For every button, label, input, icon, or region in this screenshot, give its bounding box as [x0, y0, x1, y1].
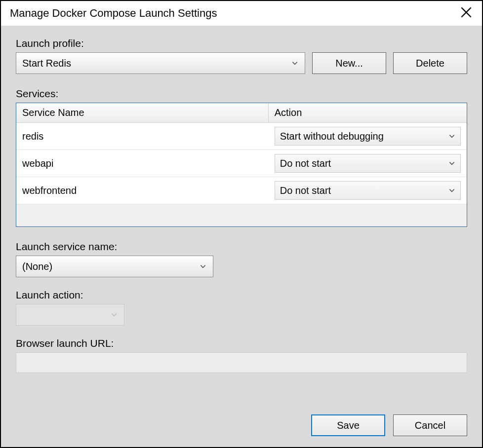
new-button-label: New...: [335, 58, 363, 69]
table-header: Service Name Action: [16, 103, 467, 123]
service-name-cell: webfrontend: [16, 177, 269, 204]
titlebar: Manage Docker Compose Launch Settings: [1, 1, 482, 26]
browser-url-section: Browser launch URL:: [16, 337, 467, 373]
save-button-label: Save: [337, 420, 360, 431]
services-label: Services:: [16, 88, 467, 100]
service-action-cell: Do not start: [269, 150, 467, 177]
services-table: Service Name Action redis Start without …: [16, 103, 467, 227]
service-action-cell: Start without debugging: [269, 123, 467, 149]
service-name-cell: webapi: [16, 150, 269, 177]
service-action-dropdown[interactable]: Do not start: [275, 181, 461, 200]
chevron-down-icon: [448, 185, 455, 196]
chevron-down-icon: [110, 311, 118, 319]
launch-service-name-dropdown[interactable]: (None): [16, 256, 213, 277]
action-value: Do not start: [280, 158, 448, 169]
launch-action-label: Launch action:: [16, 289, 467, 301]
table-row: redis Start without debugging: [16, 123, 467, 150]
save-button[interactable]: Save: [311, 414, 385, 436]
cancel-button[interactable]: Cancel: [393, 414, 467, 436]
launch-service-name-section: Launch service name: (None): [16, 241, 467, 277]
launch-profile-row: Start Redis New... Delete: [16, 52, 467, 74]
action-value: Do not start: [280, 185, 448, 196]
delete-button-label: Delete: [416, 58, 444, 69]
launch-profile-label: Launch profile:: [16, 37, 467, 49]
close-icon: [461, 7, 472, 20]
dialog-footer: Save Cancel: [16, 405, 467, 436]
service-name-cell: redis: [16, 123, 269, 149]
browser-url-input[interactable]: [16, 352, 467, 373]
service-action-dropdown[interactable]: Start without debugging: [275, 127, 461, 146]
chevron-down-icon: [291, 59, 299, 67]
dialog-content: Launch profile: Start Redis New... Delet…: [1, 26, 482, 447]
close-button[interactable]: [459, 6, 473, 20]
delete-profile-button[interactable]: Delete: [393, 52, 467, 74]
launch-service-name-value: (None): [22, 261, 199, 272]
table-row: webapi Do not start: [16, 150, 467, 177]
launch-profile-dropdown[interactable]: Start Redis: [16, 52, 305, 74]
launch-profile-value: Start Redis: [22, 58, 291, 69]
service-action-cell: Do not start: [269, 177, 467, 204]
launch-service-name-label: Launch service name:: [16, 241, 467, 253]
table-row: webfrontend Do not start: [16, 177, 467, 204]
chevron-down-icon: [448, 158, 455, 169]
header-action[interactable]: Action: [269, 103, 467, 122]
new-profile-button[interactable]: New...: [312, 52, 386, 74]
header-service-name[interactable]: Service Name: [16, 103, 269, 122]
browser-url-label: Browser launch URL:: [16, 337, 467, 349]
action-value: Start without debugging: [280, 131, 448, 142]
launch-action-section: Launch action:: [16, 289, 467, 326]
cancel-button-label: Cancel: [415, 420, 445, 431]
chevron-down-icon: [448, 131, 455, 142]
dialog-window: Manage Docker Compose Launch Settings La…: [0, 0, 483, 448]
dialog-title: Manage Docker Compose Launch Settings: [10, 7, 217, 20]
chevron-down-icon: [199, 262, 207, 270]
service-action-dropdown[interactable]: Do not start: [275, 154, 461, 173]
launch-action-dropdown[interactable]: [16, 304, 124, 326]
